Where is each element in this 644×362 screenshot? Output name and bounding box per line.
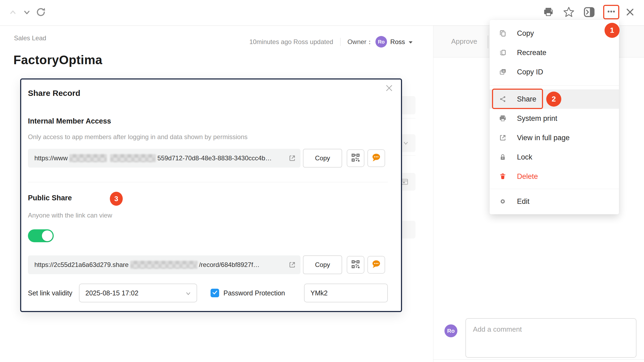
copy-id-icon: ID xyxy=(499,68,507,76)
internal-access-heading: Internal Member Access xyxy=(28,117,111,125)
public-url-prefix: https://2c55d21a6a63d279.share xyxy=(34,261,129,269)
public-url-suffix: /record/684bf8927f… xyxy=(199,261,259,269)
internal-share-link-field: https://www559d712-70d8-48e3-8838-3430cc… xyxy=(28,149,301,168)
chevron-up-icon xyxy=(8,8,18,18)
copy-icon xyxy=(499,29,507,37)
menu-divider xyxy=(490,85,619,86)
collapse-panel-button[interactable] xyxy=(583,7,595,19)
chevron-down-icon xyxy=(185,290,192,299)
redacted-url-segment xyxy=(130,261,197,269)
annotation-step-3: 3 xyxy=(110,192,123,206)
owner-label: Owner： xyxy=(348,38,373,46)
comment-input[interactable] xyxy=(465,318,636,358)
menu-item-copy[interactable]: Copy xyxy=(490,24,619,43)
password-input[interactable] xyxy=(304,284,388,302)
chevron-down-icon xyxy=(402,139,410,148)
share-record-dialog: Share Record Internal Member Access Only… xyxy=(20,78,402,312)
password-protection-checkbox[interactable] xyxy=(211,289,219,297)
menu-item-edit[interactable]: Edit xyxy=(490,192,619,211)
panel-bottom-divider xyxy=(433,359,644,360)
link-validity-select[interactable]: 2025-08-15 17:02 xyxy=(79,284,197,302)
public-qr-button[interactable] xyxy=(347,256,364,274)
internal-chat-share-button[interactable] xyxy=(367,149,385,167)
menu-item-delete[interactable]: Delete xyxy=(490,167,619,186)
external-link-icon xyxy=(499,134,507,142)
close-page-button[interactable] xyxy=(624,7,636,19)
public-chat-share-button[interactable] xyxy=(367,256,385,274)
link-validity-label: Set link validity xyxy=(28,284,72,302)
dialog-close-button[interactable] xyxy=(384,84,394,93)
meta-separator xyxy=(340,38,341,46)
public-share-description: Anyone with the link can view xyxy=(28,212,112,219)
gear-icon xyxy=(499,197,507,205)
printer-icon xyxy=(499,114,507,122)
chevron-down-icon xyxy=(22,8,32,18)
chat-bubble-icon xyxy=(371,259,381,270)
next-record-button[interactable] xyxy=(21,7,33,19)
owner-caret-icon[interactable] xyxy=(408,38,413,46)
menu-item-system-print[interactable]: System print xyxy=(490,109,619,128)
toggle-knob xyxy=(42,230,53,241)
ellipsis-icon xyxy=(607,9,616,15)
annotation-step-1: 1 xyxy=(605,23,620,38)
section-divider xyxy=(28,182,388,182)
panel-divider xyxy=(433,26,433,362)
menu-item-recreate[interactable]: Recreate xyxy=(490,43,619,62)
chat-bubble-icon xyxy=(371,153,381,164)
more-actions-menu: Copy Recreate ID Copy ID Share System pr xyxy=(490,20,619,214)
annotation-step-2: 2 xyxy=(546,92,561,107)
public-copy-button[interactable]: Copy xyxy=(303,255,342,274)
updated-text: 10minutes ago Ross updated xyxy=(249,38,333,46)
refresh-icon xyxy=(35,7,46,19)
internal-qr-button[interactable] xyxy=(347,149,364,167)
tab-approve[interactable]: Approve xyxy=(451,26,477,57)
open-link-icon[interactable] xyxy=(288,154,296,164)
print-button[interactable] xyxy=(542,7,554,19)
menu-item-copy-id[interactable]: ID Copy ID xyxy=(490,62,619,82)
svg-text:ID: ID xyxy=(502,70,505,73)
record-title: FactoryOptima xyxy=(13,53,102,67)
public-share-heading: Public Share xyxy=(28,194,72,202)
menu-item-view-full-page[interactable]: View in full page xyxy=(490,128,619,147)
redacted-url-segment xyxy=(69,154,107,162)
record-meta: 10minutes ago Ross updated Owner： Ro Ros… xyxy=(249,36,413,48)
internal-url-prefix: https://www xyxy=(34,154,68,162)
trash-icon xyxy=(499,172,507,180)
owner-avatar[interactable]: Ro xyxy=(375,36,387,48)
public-share-link-field: https://2c55d21a6a63d279.share/record/68… xyxy=(28,255,301,274)
record-detail-page: Sales Lead 10minutes ago Ross updated Ow… xyxy=(0,0,644,362)
recreate-icon xyxy=(499,49,507,57)
internal-access-description: Only access to app members after logging… xyxy=(28,133,248,141)
star-icon xyxy=(563,6,575,19)
close-icon xyxy=(625,7,635,18)
menu-divider xyxy=(490,189,619,189)
dialog-title: Share Record xyxy=(28,89,80,98)
owner-name[interactable]: Ross xyxy=(390,38,405,46)
tab-separator xyxy=(488,35,488,48)
check-icon xyxy=(212,289,218,296)
collapse-panel-icon xyxy=(584,6,595,19)
password-protection-label: Password Protection xyxy=(223,284,285,302)
printer-icon xyxy=(543,6,554,19)
lock-icon xyxy=(499,153,507,161)
open-link-icon[interactable] xyxy=(288,261,296,270)
internal-copy-button[interactable]: Copy xyxy=(303,149,342,168)
breadcrumb: Sales Lead xyxy=(14,34,46,42)
share-icon xyxy=(499,95,507,103)
internal-url-suffix: 559d712-70d8-48e3-8838-3430ccc4b… xyxy=(157,154,272,162)
public-share-toggle[interactable] xyxy=(28,229,54,242)
refresh-button[interactable] xyxy=(35,7,47,19)
more-actions-button[interactable] xyxy=(603,5,619,19)
menu-item-lock[interactable]: Lock xyxy=(490,147,619,167)
favorite-button[interactable] xyxy=(563,7,575,19)
qr-code-icon xyxy=(351,153,360,164)
redacted-url-segment xyxy=(110,154,156,162)
prev-record-button[interactable] xyxy=(7,7,19,19)
qr-code-icon xyxy=(351,259,360,270)
close-icon xyxy=(385,84,394,94)
link-validity-value: 2025-08-15 17:02 xyxy=(85,289,138,297)
comment-avatar: Ro xyxy=(444,324,457,337)
